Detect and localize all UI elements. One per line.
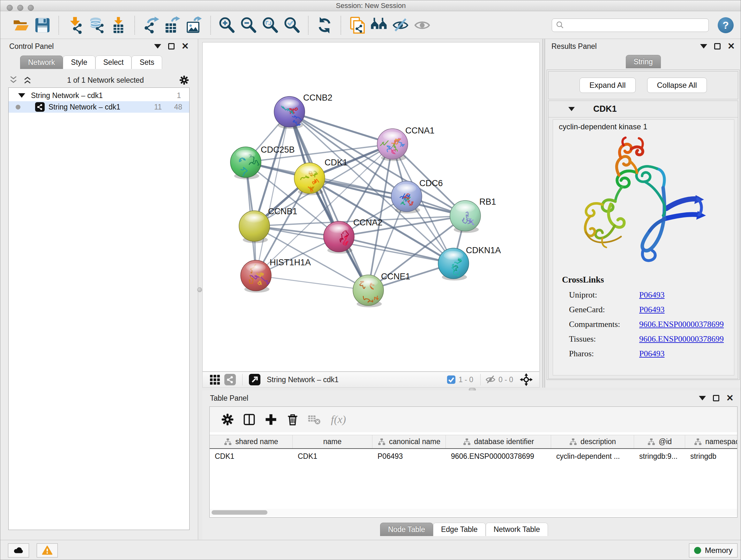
close-panel-icon[interactable]: ✕ bbox=[182, 43, 189, 50]
minimize-window-button[interactable] bbox=[17, 5, 23, 11]
tab-sets[interactable]: Sets bbox=[131, 56, 162, 69]
tab-network-table[interactable]: Network Table bbox=[486, 523, 548, 536]
left-splitter-handle[interactable] bbox=[197, 287, 202, 292]
panel-splitter[interactable] bbox=[542, 39, 545, 388]
column-header-database-identifier[interactable]: database identifier bbox=[446, 435, 551, 448]
network-view-toolbar: String Network – cdk1 1 - 0 0 - 0 bbox=[202, 372, 540, 388]
network-row[interactable]: String Network – cdk1 11 48 bbox=[9, 101, 189, 113]
hide-selected-icon[interactable] bbox=[392, 16, 409, 34]
table-cell[interactable]: stringdb:9... bbox=[634, 449, 685, 463]
zoom-in-icon[interactable] bbox=[218, 16, 236, 34]
hidden-counts: 0 - 0 bbox=[498, 375, 513, 384]
zoom-window-button[interactable] bbox=[28, 5, 34, 11]
zoom-fit-icon[interactable] bbox=[261, 16, 279, 34]
column-header-shared-name[interactable]: shared name bbox=[210, 435, 293, 448]
network-overview-icon[interactable] bbox=[224, 374, 236, 385]
node-table-container: f(x) shared namenamecanonical namedataba… bbox=[209, 407, 738, 517]
close-panel-icon[interactable]: ✕ bbox=[726, 395, 734, 401]
open-file-icon[interactable] bbox=[12, 16, 30, 34]
crosslink-link[interactable]: P06493 bbox=[639, 305, 664, 314]
table-cell[interactable]: 9606.ENSP00000378699 bbox=[446, 449, 551, 463]
tab-string[interactable]: String bbox=[625, 55, 661, 68]
column-header--id[interactable]: @id bbox=[634, 435, 685, 448]
show-all-icon[interactable] bbox=[413, 16, 431, 34]
network-collection-row[interactable]: String Network – cdk1 1 bbox=[9, 90, 189, 101]
clone-network-icon[interactable] bbox=[348, 16, 366, 34]
export-network-icon[interactable] bbox=[142, 16, 160, 34]
tree-column-icon bbox=[694, 438, 702, 446]
svg-text:CCNA2: CCNA2 bbox=[353, 218, 383, 227]
apply-layout-icon[interactable] bbox=[316, 16, 333, 34]
show-columns-icon[interactable] bbox=[242, 413, 256, 427]
tab-edge-table[interactable]: Edge Table bbox=[433, 523, 486, 536]
results-panel: Results Panel ✕ String Expand All Collap… bbox=[545, 39, 741, 388]
column-header-canonical-name[interactable]: canonical name bbox=[373, 435, 446, 448]
zoom-selected-icon[interactable] bbox=[283, 16, 301, 34]
detach-view-icon[interactable] bbox=[249, 374, 260, 385]
add-column-icon[interactable] bbox=[264, 413, 278, 427]
tab-network[interactable]: Network bbox=[20, 56, 63, 69]
memory-button[interactable]: Memory bbox=[689, 543, 738, 557]
table-horizontal-scrollbar[interactable] bbox=[210, 509, 737, 516]
protein-name: CDK1 bbox=[593, 104, 617, 114]
crosslink-link[interactable]: P06493 bbox=[639, 349, 664, 359]
crosslink-link[interactable]: P06493 bbox=[639, 290, 664, 300]
float-panel-icon[interactable] bbox=[714, 43, 721, 50]
crosslink-label: Uniprot: bbox=[569, 290, 639, 300]
search-input[interactable] bbox=[565, 19, 705, 31]
network-options-gear-icon[interactable] bbox=[179, 75, 190, 85]
collapse-card-icon[interactable] bbox=[568, 107, 575, 111]
crosslink-link[interactable]: 9606.ENSP00000378699 bbox=[639, 320, 724, 329]
zoom-out-icon[interactable] bbox=[240, 16, 258, 34]
import-network-from-database-icon[interactable] bbox=[88, 16, 106, 34]
tree-expander-icon[interactable] bbox=[18, 93, 25, 98]
table-row[interactable]: CDK1CDK1P064939606.ENSP00000378699cyclin… bbox=[210, 449, 738, 463]
table-cell[interactable]: cyclin-dependent ... bbox=[551, 449, 634, 463]
collapse-panel-icon[interactable] bbox=[699, 396, 706, 400]
table-cell[interactable]: stringdb bbox=[685, 449, 738, 463]
crosslink-label: GeneCard: bbox=[569, 305, 639, 314]
column-header-name[interactable]: name bbox=[293, 435, 373, 448]
scrollbar-thumb[interactable] bbox=[212, 510, 267, 515]
export-table-icon[interactable] bbox=[164, 16, 182, 34]
column-header-description[interactable]: description bbox=[551, 435, 634, 448]
crosslink-row: Compartments:9606.ENSP00000378699 bbox=[569, 317, 729, 332]
close-panel-icon[interactable]: ✕ bbox=[728, 43, 735, 50]
close-window-button[interactable] bbox=[7, 5, 13, 11]
float-panel-icon[interactable] bbox=[713, 395, 719, 401]
table-cell[interactable]: CDK1 bbox=[210, 449, 293, 463]
tab-select[interactable]: Select bbox=[95, 56, 132, 69]
svg-text:CCNB1: CCNB1 bbox=[268, 206, 297, 216]
fit-selected-crosshair-icon[interactable] bbox=[520, 373, 533, 386]
table-cell[interactable]: CDK1 bbox=[293, 449, 373, 463]
warnings-button[interactable] bbox=[37, 543, 58, 557]
crosslink-link[interactable]: 9606.ENSP00000378699 bbox=[639, 334, 724, 344]
expand-all-button[interactable]: Expand All bbox=[580, 78, 635, 93]
export-image-icon[interactable] bbox=[185, 16, 203, 34]
table-cell[interactable]: P06493 bbox=[373, 449, 446, 463]
network-graph[interactable]: CCNB2CCNA1CDC25BCDK1CDC6RB1CCNB1CCNA2CDK… bbox=[203, 43, 539, 371]
save-session-icon[interactable] bbox=[33, 16, 51, 34]
import-network-icon[interactable] bbox=[66, 16, 84, 34]
cloud-status-button[interactable] bbox=[8, 543, 29, 557]
collapse-all-button[interactable]: Collapse All bbox=[647, 78, 707, 93]
tab-style[interactable]: Style bbox=[63, 56, 95, 69]
column-header-namespace[interactable]: namespace bbox=[685, 435, 738, 448]
delete-column-icon[interactable] bbox=[286, 413, 300, 427]
table-options-gear-icon[interactable] bbox=[220, 413, 234, 427]
network-canvas[interactable]: CCNB2CCNA1CDC25BCDK1CDC6RB1CCNB1CCNA2CDK… bbox=[202, 42, 540, 372]
tab-node-table[interactable]: Node Table bbox=[380, 523, 433, 536]
help-icon[interactable]: ? bbox=[718, 17, 734, 33]
import-table-icon[interactable] bbox=[110, 16, 127, 34]
collapse-all-networks-icon[interactable] bbox=[9, 75, 18, 85]
protein-card-header[interactable]: CDK1 bbox=[549, 101, 738, 118]
first-neighbors-icon[interactable] bbox=[370, 16, 388, 34]
birds-eye-view-icon[interactable] bbox=[209, 374, 220, 385]
expand-all-networks-icon[interactable] bbox=[23, 75, 32, 85]
selected-nodes-checkbox-icon[interactable] bbox=[447, 375, 456, 384]
collapse-panel-icon[interactable] bbox=[700, 44, 707, 49]
hidden-items-eye-icon[interactable] bbox=[485, 374, 496, 385]
collapse-panel-icon[interactable] bbox=[154, 44, 161, 49]
float-panel-icon[interactable] bbox=[168, 43, 175, 50]
toolbar-search bbox=[552, 18, 709, 32]
